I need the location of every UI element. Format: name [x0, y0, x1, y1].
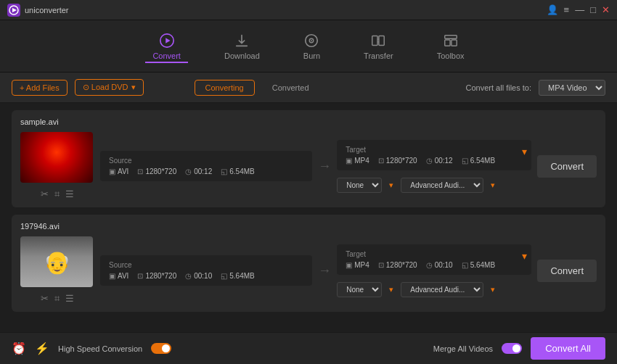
target-duration-2: ◷ 00:10 — [426, 261, 453, 269]
high-speed-label: High Speed Conversion — [58, 344, 142, 353]
nav-download[interactable]: Download — [217, 30, 267, 63]
crop-icon[interactable]: ⌗ — [54, 189, 60, 200]
res-icon: ⊡ — [137, 167, 143, 175]
titlebar-left: uniconverter — [7, 4, 69, 17]
merge-label: Merge All Videos — [433, 344, 493, 353]
thumbnail-2: 👴 — [20, 236, 93, 287]
svg-rect-9 — [444, 35, 457, 38]
source-resolution-1: ⊡ 1280*720 — [137, 167, 176, 175]
target-duration-1: ◷ 00:12 — [426, 157, 453, 165]
source-block-2: Source ▣ AVI ⊡ 1280*720 ◷ 00:10 — [100, 255, 312, 286]
target-label-1: Target — [346, 146, 523, 154]
source-size-1: ◱ 6.54MB — [221, 167, 254, 175]
user-icon[interactable]: 👤 — [547, 4, 558, 15]
target-dropdown-1[interactable]: ▾ — [522, 146, 527, 157]
crop-icon-2[interactable]: ⌗ — [54, 293, 60, 305]
convert-all-button[interactable]: Convert All — [531, 337, 605, 360]
lightning-icon: ⚡ — [35, 342, 49, 355]
bottombar: ⏰ ⚡ High Speed Conversion Merge All Vide… — [0, 332, 617, 364]
add-files-button[interactable]: + Add Files — [12, 80, 68, 96]
nav-transfer[interactable]: Transfer — [356, 30, 401, 63]
load-dvd-chevron: ▾ — [131, 83, 136, 92]
convert-button-1[interactable]: Convert — [537, 155, 597, 178]
settings-icon-2[interactable]: ☰ — [65, 293, 74, 305]
nav-convert-label: Convert — [152, 51, 181, 60]
close-button[interactable]: ✕ — [602, 4, 610, 15]
high-speed-toggle[interactable] — [151, 343, 171, 354]
file-row: sample.avi ✂ ⌗ ☰ Source ▣ — [12, 110, 605, 207]
titlebar-controls: 👤 ≡ — □ ✕ — [547, 4, 610, 15]
cut-icon[interactable]: ✂ — [41, 189, 49, 200]
toggle-knob — [162, 344, 170, 352]
target-stats-2: ▣ MP4 ⊡ 1280*720 ◷ 00:10 — [346, 261, 523, 269]
maximize-button[interactable]: □ — [590, 4, 596, 15]
source-stats-2: ▣ AVI ⊡ 1280*720 ◷ 00:10 ◱ — [109, 272, 303, 280]
load-dvd-label: ⊙ Load DVD — [83, 83, 128, 92]
target-size-1: ◱ 6.54MB — [462, 157, 495, 165]
app-logo — [7, 4, 20, 17]
subtitle-select-1[interactable]: None — [337, 178, 382, 193]
alarm-icon[interactable]: ⏰ — [12, 342, 26, 355]
nav-burn-label: Burn — [303, 51, 320, 60]
audio-chevron-2[interactable]: ▾ — [491, 285, 495, 294]
nav-convert[interactable]: Convert — [145, 30, 188, 63]
dur-icon: ◷ — [185, 167, 192, 175]
target-stats-1: ▣ MP4 ⊡ 1280*720 ◷ 00:12 — [346, 157, 523, 165]
file-name-2: 197946.avi — [20, 222, 597, 231]
target-dropdown-2[interactable]: ▾ — [522, 250, 527, 262]
svg-rect-7 — [372, 36, 377, 45]
source-resolution-2: ⊡ 1280*720 — [137, 272, 176, 280]
nav-toolbox-label: Toolbox — [437, 51, 465, 60]
merge-toggle-knob — [512, 344, 520, 352]
nav-transfer-label: Transfer — [364, 51, 393, 60]
subtitle-select-2[interactable]: None — [337, 282, 382, 297]
source-duration-1: ◷ 00:12 — [185, 167, 212, 175]
svg-point-6 — [311, 40, 313, 41]
source-format-2: ▣ AVI — [109, 272, 128, 280]
bottom-row-1: None ▾ Advanced Audi... ▾ — [337, 178, 531, 193]
source-format-1: ▣ AVI — [109, 167, 128, 175]
navbar: Convert Download Burn Transfer Toolbox — [0, 20, 617, 73]
thumbnail-1 — [20, 132, 93, 183]
subtitle-chevron-2[interactable]: ▾ — [389, 285, 393, 294]
source-size-2: ◱ 5.64MB — [221, 272, 254, 280]
settings-icon[interactable]: ☰ — [65, 189, 74, 200]
subtitle-chevron-1[interactable]: ▾ — [389, 181, 393, 190]
file-name-1: sample.avi — [20, 117, 597, 126]
minimize-button[interactable]: — — [575, 4, 584, 15]
file-row-2: 197946.avi 👴 ✂ ⌗ ☰ Source ▣ — [12, 215, 605, 312]
nav-toolbox[interactable]: Toolbox — [430, 30, 472, 63]
app-name: uniconverter — [25, 6, 69, 15]
target-resolution-1: ⊡ 1280*720 — [378, 157, 417, 165]
format-select[interactable]: MP4 Video — [539, 80, 605, 96]
audio-chevron-1[interactable]: ▾ — [491, 181, 495, 190]
source-target-1: Source ▣ AVI ⊡ 1280*720 ◷ 00:12 — [100, 140, 597, 193]
svg-rect-10 — [444, 40, 449, 46]
load-dvd-button[interactable]: ⊙ Load DVD ▾ — [75, 79, 144, 96]
source-block-1: Source ▣ AVI ⊡ 1280*720 ◷ 00:12 — [100, 151, 312, 181]
menu-icon[interactable]: ≡ — [564, 4, 570, 15]
thumb-icons-1: ✂ ⌗ ☰ — [39, 189, 74, 200]
tab-converted[interactable]: Converted — [262, 80, 319, 95]
audio-select-2[interactable]: Advanced Audi... — [401, 282, 483, 297]
target-label-2: Target — [346, 250, 523, 258]
convert-all-files-label: Convert all files to: — [466, 83, 531, 92]
source-duration-2: ◷ 00:10 — [185, 272, 212, 280]
file-content-2: 👴 ✂ ⌗ ☰ Source ▣ AVI — [20, 236, 597, 305]
source-label-2: Source — [109, 261, 303, 269]
nav-burn[interactable]: Burn — [296, 30, 327, 63]
svg-rect-8 — [379, 36, 384, 45]
tab-converting[interactable]: Converting — [195, 80, 255, 96]
target-block-1: Target ▣ MP4 ⊡ 1280*720 ◷ — [337, 140, 531, 170]
cut-icon-2[interactable]: ✂ — [41, 293, 49, 305]
convert-button-2[interactable]: Convert — [537, 260, 597, 282]
target-size-2: ◱ 5.64MB — [462, 261, 495, 269]
target-format-2: ▣ MP4 — [346, 261, 369, 269]
audio-select-1[interactable]: Advanced Audi... — [401, 178, 483, 193]
nav-download-label: Download — [224, 51, 260, 60]
arrow-1: → — [318, 159, 331, 174]
source-label-1: Source — [109, 157, 303, 165]
svg-rect-11 — [451, 40, 457, 46]
merge-toggle[interactable] — [502, 343, 522, 354]
arrow-2: → — [318, 263, 331, 278]
